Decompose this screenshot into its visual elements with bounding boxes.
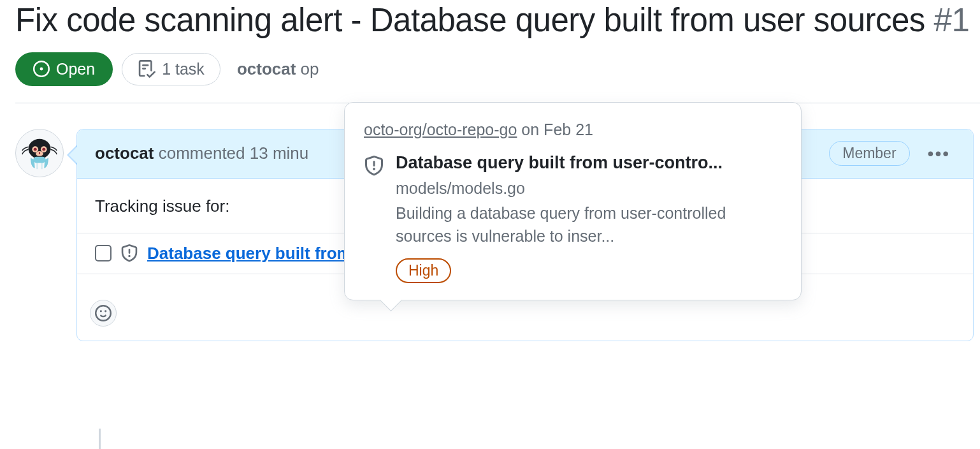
comment-header-right: Member ••• <box>829 141 955 166</box>
add-reaction-button[interactable] <box>90 300 117 327</box>
avatar[interactable] <box>15 129 64 177</box>
severity-badge: High <box>396 258 451 283</box>
status-label: Open <box>56 60 95 78</box>
checklist-icon <box>138 60 155 78</box>
issue-meta-row: Open 1 task octocat op <box>15 52 980 103</box>
opened-author[interactable]: octocat <box>237 59 296 78</box>
shield-icon <box>364 156 384 176</box>
role-badge: Member <box>829 141 909 166</box>
hover-file-path: models/models.go <box>396 179 782 198</box>
hover-date: on Feb 21 <box>521 121 593 138</box>
tasks-label: 1 task <box>162 60 205 78</box>
issue-title: Fix code scanning alert - Database query… <box>15 0 980 41</box>
svg-point-3 <box>34 148 37 151</box>
issue-open-icon <box>33 61 50 77</box>
comment-action: commented 13 minu <box>159 144 309 163</box>
svg-rect-7 <box>33 157 45 163</box>
issue-number: #1 <box>934 2 970 38</box>
status-badge-open: Open <box>15 52 113 86</box>
hover-repo-link[interactable]: octo-org/octo-repo-go <box>364 121 517 138</box>
hover-alert-title[interactable]: Database query built from user-contro... <box>396 153 782 173</box>
issue-title-text: Fix code scanning alert - Database query… <box>15 2 925 38</box>
comment-menu-button[interactable]: ••• <box>923 141 955 166</box>
tasks-badge[interactable]: 1 task <box>122 53 220 85</box>
opened-action: op <box>301 59 319 78</box>
comment-author[interactable]: octocat <box>95 144 154 163</box>
shield-icon <box>120 244 138 262</box>
comment-header-left: octocat commented 13 minu <box>95 144 308 163</box>
opened-text: octocat op <box>237 59 319 79</box>
octocat-icon <box>20 133 59 173</box>
svg-point-6 <box>39 152 40 154</box>
alert-hover-card: octo-org/octo-repo-go on Feb 21 Database… <box>344 102 802 300</box>
hover-repo-line: octo-org/octo-repo-go on Feb 21 <box>364 121 782 139</box>
hover-description: Building a database query from user-con­… <box>396 202 782 248</box>
task-checkbox[interactable] <box>95 245 112 261</box>
svg-point-4 <box>42 148 45 151</box>
hover-content: Database query built from user-contro...… <box>396 153 782 283</box>
hover-main: Database query built from user-contro...… <box>364 153 782 283</box>
smiley-icon <box>95 305 112 321</box>
